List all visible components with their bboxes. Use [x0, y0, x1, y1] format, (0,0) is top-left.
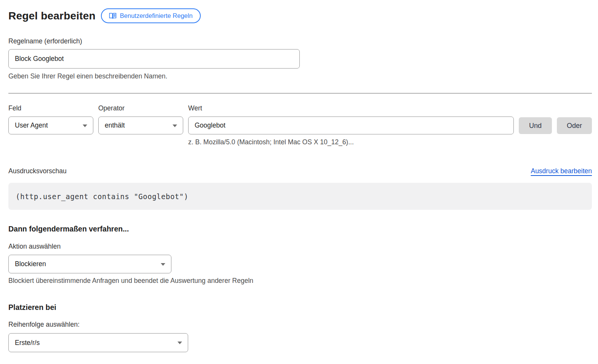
expression-header: Ausdrucksvorschau Ausdruck bearbeiten — [8, 167, 592, 175]
and-button[interactable]: Und — [519, 117, 552, 134]
condition-row: Feld User Agent Operator enthält Wert Un… — [8, 104, 592, 134]
chevron-down-icon — [177, 342, 182, 344]
placement-section-heading: Platzieren bei — [8, 303, 592, 312]
or-button[interactable]: Oder — [557, 117, 592, 134]
action-label: Aktion auswählen — [8, 243, 592, 251]
rule-name-input[interactable] — [8, 49, 300, 69]
custom-rules-badge-button[interactable]: Benutzerdefinierte Regeln — [101, 8, 201, 23]
operator-select-value: enthält — [105, 121, 125, 129]
field-select-value: User Agent — [15, 121, 48, 129]
open-book-icon — [109, 13, 117, 19]
edit-expression-link[interactable]: Ausdruck bearbeiten — [531, 167, 592, 175]
placement-label: Reihenfolge auswählen: — [8, 321, 592, 329]
operator-column: Operator enthält — [98, 104, 183, 134]
value-column: Wert — [188, 104, 514, 134]
operator-label: Operator — [98, 104, 183, 112]
rule-edit-page: Regel bearbeiten Benutzerdefinierte Rege… — [0, 8, 598, 352]
field-select[interactable]: User Agent — [8, 117, 93, 134]
section-divider — [8, 93, 592, 94]
action-select-value: Blockieren — [15, 260, 46, 268]
value-input[interactable] — [188, 117, 514, 134]
chevron-down-icon — [161, 263, 165, 266]
value-label: Wert — [188, 104, 514, 112]
order-select[interactable]: Erste/r/s — [8, 333, 188, 352]
rule-name-label: Regelname (erforderlich) — [8, 37, 592, 45]
chevron-down-icon — [83, 125, 87, 127]
action-select[interactable]: Blockieren — [8, 255, 171, 273]
chevron-down-icon — [173, 125, 177, 127]
custom-rules-badge-label: Benutzerdefinierte Regeln — [120, 12, 193, 19]
action-helper: Blockiert übereinstimmende Anfragen und … — [8, 277, 592, 285]
expression-preview-box: (http.user_agent contains "Googlebot") — [8, 183, 592, 210]
page-header: Regel bearbeiten Benutzerdefinierte Rege… — [8, 8, 592, 23]
rule-name-helper: Geben Sie Ihrer Regel einen beschreibend… — [8, 72, 592, 80]
field-column: Feld User Agent — [8, 104, 93, 134]
value-helper: z. B. Mozilla/5.0 (Macintosh; Intel Mac … — [188, 138, 592, 146]
expression-preview-label: Ausdrucksvorschau — [8, 167, 67, 175]
operator-select[interactable]: enthält — [98, 117, 183, 134]
expression-code: (http.user_agent contains "Googlebot") — [16, 192, 189, 201]
order-select-value: Erste/r/s — [15, 339, 40, 347]
action-section-heading: Dann folgendermaßen verfahren... — [8, 225, 592, 233]
field-label: Feld — [8, 104, 93, 112]
page-title: Regel bearbeiten — [8, 10, 96, 22]
